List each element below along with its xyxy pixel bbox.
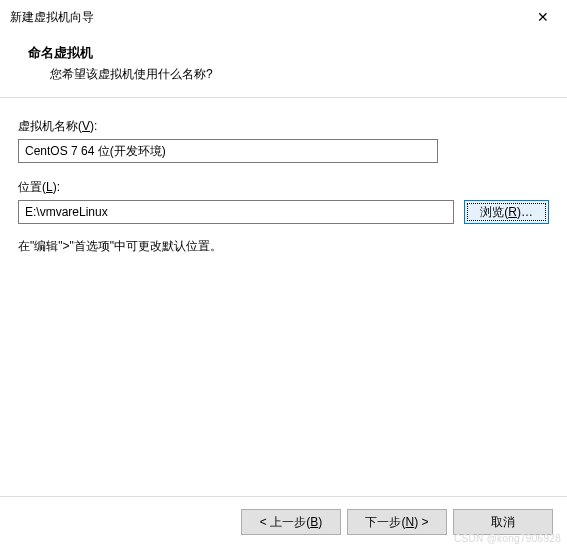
vm-name-input[interactable] bbox=[18, 139, 438, 163]
location-label: 位置(L): bbox=[18, 179, 549, 196]
location-hint: 在"编辑">"首选项"中可更改默认位置。 bbox=[18, 238, 549, 255]
back-accel: B bbox=[310, 515, 318, 529]
browse-button[interactable]: 浏览(R)… bbox=[464, 200, 549, 224]
page-subtitle: 您希望该虚拟机使用什么名称? bbox=[0, 66, 567, 83]
location-accel: L bbox=[46, 180, 53, 194]
wizard-header: 命名虚拟机 您希望该虚拟机使用什么名称? bbox=[0, 34, 567, 98]
next-button[interactable]: 下一步(N) > bbox=[347, 509, 447, 535]
back-button[interactable]: < 上一步(B) bbox=[241, 509, 341, 535]
close-icon[interactable]: ✕ bbox=[531, 10, 555, 24]
vm-name-label: 虚拟机名称(V): bbox=[18, 118, 549, 135]
location-input[interactable] bbox=[18, 200, 454, 224]
wizard-footer: < 上一步(B) 下一步(N) > 取消 bbox=[0, 496, 567, 547]
cancel-button[interactable]: 取消 bbox=[453, 509, 553, 535]
browse-accel: R bbox=[508, 205, 517, 219]
vm-name-accel: V bbox=[82, 119, 90, 133]
titlebar: 新建虚拟机向导 ✕ bbox=[0, 0, 567, 34]
next-accel: N bbox=[405, 515, 414, 529]
page-title: 命名虚拟机 bbox=[0, 44, 567, 62]
wizard-content: 虚拟机名称(V): 位置(L): 浏览(R)… 在"编辑">"首选项"中可更改默… bbox=[0, 98, 567, 255]
window-title: 新建虚拟机向导 bbox=[10, 9, 94, 26]
